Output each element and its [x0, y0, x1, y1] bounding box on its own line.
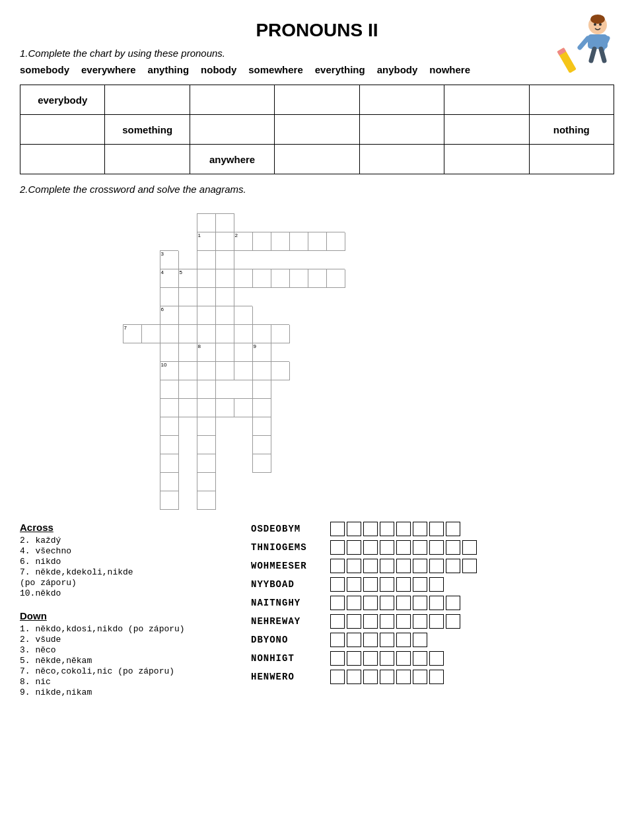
crossword-cell[interactable]: [252, 269, 271, 288]
answer-box[interactable]: [396, 614, 411, 629]
crossword-cell[interactable]: [252, 436, 271, 454]
crossword-cell[interactable]: [197, 417, 215, 436]
answer-box[interactable]: [380, 614, 394, 629]
crossword-cell[interactable]: [271, 325, 289, 343]
crossword-cell[interactable]: [160, 288, 178, 306]
crossword-cell[interactable]: [197, 214, 215, 232]
crossword-cell[interactable]: [178, 288, 197, 306]
crossword-cell[interactable]: [289, 232, 308, 251]
answer-box[interactable]: [396, 633, 411, 647]
crossword-cell[interactable]: [234, 269, 252, 288]
answer-box[interactable]: [363, 596, 378, 610]
answer-box[interactable]: [413, 577, 427, 592]
crossword-cell[interactable]: [197, 251, 215, 269]
answer-box[interactable]: [330, 577, 345, 592]
answer-box[interactable]: [429, 614, 444, 629]
crossword-cell[interactable]: [197, 454, 215, 473]
answer-box[interactable]: [347, 670, 361, 684]
crossword-cell[interactable]: [178, 343, 197, 362]
answer-box[interactable]: [330, 651, 345, 666]
crossword-cell[interactable]: [178, 325, 197, 343]
crossword-cell[interactable]: [178, 362, 197, 380]
answer-box[interactable]: [429, 559, 444, 573]
answer-box[interactable]: [462, 540, 477, 555]
crossword-cell[interactable]: [215, 214, 234, 232]
crossword-cell[interactable]: [160, 473, 178, 491]
crossword-cell[interactable]: [326, 232, 345, 251]
crossword-cell[interactable]: [252, 454, 271, 473]
crossword-cell[interactable]: [215, 362, 234, 380]
crossword-cell[interactable]: [289, 269, 308, 288]
crossword-cell[interactable]: [160, 399, 178, 417]
crossword-cell[interactable]: [197, 362, 215, 380]
crossword-cell[interactable]: [271, 269, 289, 288]
crossword-cell[interactable]: 10: [160, 362, 178, 380]
crossword-cell[interactable]: [252, 325, 271, 343]
crossword-cell[interactable]: [234, 325, 252, 343]
answer-box[interactable]: [446, 614, 460, 629]
crossword-cell[interactable]: [160, 380, 178, 399]
crossword-cell[interactable]: [271, 362, 289, 380]
crossword-cell[interactable]: [197, 491, 215, 510]
answer-box[interactable]: [347, 522, 361, 536]
crossword-cell[interactable]: [141, 325, 160, 343]
crossword-cell[interactable]: [234, 306, 252, 325]
answer-box[interactable]: [330, 614, 345, 629]
crossword-cell[interactable]: [215, 343, 234, 362]
crossword-cell[interactable]: [197, 269, 215, 288]
answer-box[interactable]: [347, 633, 361, 647]
answer-box[interactable]: [413, 670, 427, 684]
answer-box[interactable]: [363, 522, 378, 536]
answer-box[interactable]: [396, 596, 411, 610]
crossword-cell[interactable]: [197, 306, 215, 325]
answer-box[interactable]: [446, 522, 460, 536]
crossword-cell[interactable]: [215, 269, 234, 288]
crossword-cell[interactable]: 1: [197, 232, 215, 251]
crossword-cell[interactable]: [215, 399, 234, 417]
crossword-cell[interactable]: [252, 362, 271, 380]
answer-box[interactable]: [363, 651, 378, 666]
crossword-cell[interactable]: [215, 306, 234, 325]
answer-box[interactable]: [330, 670, 345, 684]
answer-box[interactable]: [347, 577, 361, 592]
answer-box[interactable]: [380, 670, 394, 684]
answer-box[interactable]: [363, 540, 378, 555]
crossword-cell[interactable]: [252, 380, 271, 399]
answer-box[interactable]: [380, 596, 394, 610]
answer-box[interactable]: [380, 651, 394, 666]
crossword-cell[interactable]: [252, 417, 271, 436]
answer-box[interactable]: [363, 614, 378, 629]
answer-box[interactable]: [347, 651, 361, 666]
crossword-cell[interactable]: [160, 436, 178, 454]
crossword-cell[interactable]: [308, 232, 326, 251]
crossword-cell[interactable]: [252, 232, 271, 251]
crossword-cell[interactable]: [252, 399, 271, 417]
crossword-cell[interactable]: [160, 454, 178, 473]
answer-box[interactable]: [330, 540, 345, 555]
answer-box[interactable]: [429, 577, 444, 592]
crossword-cell[interactable]: 2: [234, 232, 252, 251]
crossword-cell[interactable]: [215, 325, 234, 343]
answer-box[interactable]: [429, 540, 444, 555]
crossword-cell[interactable]: [160, 343, 178, 362]
crossword-cell[interactable]: [197, 399, 215, 417]
answer-box[interactable]: [347, 559, 361, 573]
crossword-cell[interactable]: 4: [160, 269, 178, 288]
answer-box[interactable]: [396, 522, 411, 536]
answer-box[interactable]: [413, 651, 427, 666]
answer-box[interactable]: [380, 559, 394, 573]
answer-box[interactable]: [330, 522, 345, 536]
crossword-cell[interactable]: [197, 380, 215, 399]
answer-box[interactable]: [429, 651, 444, 666]
crossword-cell[interactable]: [160, 417, 178, 436]
crossword-cell[interactable]: [178, 399, 197, 417]
crossword-cell[interactable]: [178, 306, 197, 325]
answer-box[interactable]: [380, 577, 394, 592]
answer-box[interactable]: [363, 633, 378, 647]
crossword-cell[interactable]: [215, 251, 234, 269]
answer-box[interactable]: [363, 577, 378, 592]
answer-box[interactable]: [413, 633, 427, 647]
crossword-cell[interactable]: [197, 436, 215, 454]
crossword-cell[interactable]: [308, 269, 326, 288]
answer-box[interactable]: [429, 596, 444, 610]
